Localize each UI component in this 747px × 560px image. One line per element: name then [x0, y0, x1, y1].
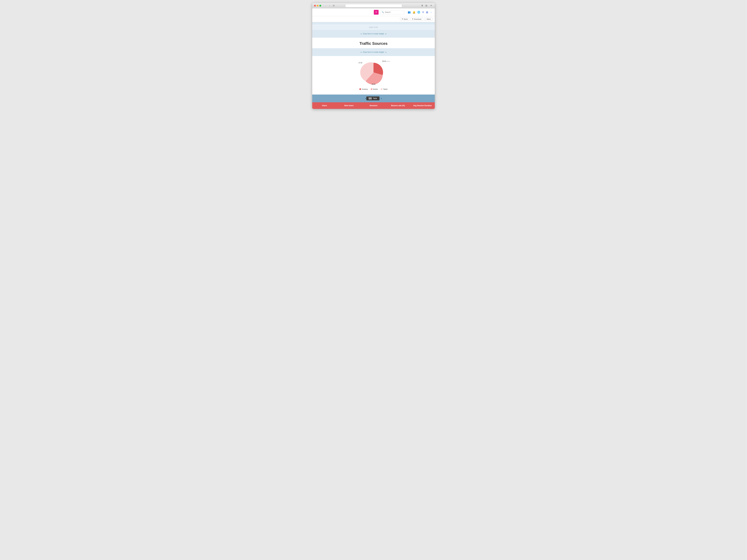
legend-dot-tablet — [381, 88, 382, 90]
drop-zone-2[interactable]: ◄ Drop here to create widget ► — [312, 48, 435, 56]
data-table-header: Users New Users Sessions Bounce rate (%)… — [312, 102, 435, 109]
fullscreen-button[interactable]: ⧉ — [424, 4, 428, 7]
legend-label-tablet: Tablet — [383, 88, 387, 90]
download-button[interactable]: ⬇ Download — [410, 17, 423, 21]
grid-cell — [370, 98, 370, 98]
back-button[interactable]: ‹ — [324, 4, 327, 7]
grid-cell — [370, 99, 370, 99]
drop-arrow-left-table: ◄ — [365, 98, 366, 99]
add-widget-button[interactable]: + — [374, 10, 379, 15]
search-icon: 🔍 — [382, 11, 384, 13]
close-button[interactable] — [314, 5, 316, 6]
bell-icon[interactable]: 🔔 — [412, 11, 415, 14]
legend-label-mobile: Mobile — [373, 88, 378, 90]
legend-dot-mobile — [371, 88, 372, 90]
pie-chart-svg — [359, 59, 388, 86]
legend-label-desktop: Desktop — [362, 88, 368, 90]
users-icon[interactable]: 👥 — [408, 11, 411, 14]
drop-arrow-right-table: ► — [381, 98, 382, 99]
grid-cell — [369, 98, 369, 98]
grid-cell — [371, 99, 371, 99]
globe-icon[interactable]: 🌐 — [417, 11, 420, 14]
tab-view-button[interactable]: ⊡ — [332, 4, 335, 7]
chart-label-tablet: 27.52 — [359, 62, 362, 63]
drop-zone-1-label: Drop here to create widget — [363, 33, 384, 35]
col-new-users: New Users — [337, 105, 361, 107]
main-content: page break ◄ Drop here to create widget … — [312, 22, 435, 109]
chart-label-mobile: 29.84 — [371, 83, 375, 85]
more-button[interactable]: • More — [424, 18, 432, 21]
app-toolbar: + 🔍 👥 🔔 🌐 ⚙ ▦ → — [312, 8, 435, 16]
maximize-button[interactable] — [319, 5, 321, 6]
more-label: More — [427, 18, 431, 20]
col-users: Users — [312, 105, 337, 107]
nav-buttons: ‹ › ⊡ — [324, 4, 335, 7]
traffic-lights — [314, 5, 321, 6]
title-bar: ‹ › ⊡ ⬆ ⧉ + — [312, 3, 435, 8]
section-title: Traffic Sources — [312, 37, 435, 48]
browser-window: ‹ › ⊡ ⬆ ⧉ + + 🔍 👥 🔔 🌐 ⚙ ▦ → ✉ Send — [312, 3, 435, 109]
search-input[interactable] — [385, 11, 403, 13]
drop-arrow-left-2: ◄ — [360, 51, 362, 53]
grid-cell — [369, 99, 369, 99]
download-icon: ⬇ — [412, 18, 413, 20]
grid-cell — [371, 98, 371, 98]
legend-mobile: Mobile — [371, 88, 378, 90]
table-label: Table — [373, 97, 377, 100]
chart-legend: Desktop Mobile Tablet — [359, 88, 387, 90]
col-avg-session: Avg Session Duration — [410, 105, 435, 107]
page-break-bar — [312, 22, 435, 25]
page-break-label: page break — [312, 25, 435, 30]
share-button[interactable]: ⬆ — [420, 4, 424, 7]
toolbar-icons: 👥 🔔 🌐 ⚙ ▦ → — [408, 11, 432, 14]
drop-zone-table[interactable]: ◄ Table ► — [312, 95, 435, 102]
chart-label-desktop: 30.04 — [382, 60, 390, 62]
drop-zone-2-label: Drop here to create widget — [363, 51, 384, 53]
table-grid-icon — [369, 98, 371, 99]
drop-zone-1[interactable]: ◄ Drop here to create widget ► — [312, 30, 435, 37]
chart-label-desktop-value: 30.04 — [382, 60, 386, 62]
grid-icon[interactable]: ▦ — [426, 11, 428, 14]
send-label: Send — [404, 18, 408, 20]
page-break-text: page break — [369, 26, 378, 28]
search-box: 🔍 — [380, 10, 404, 14]
col-bounce-rate: Bounce rate (%) — [386, 105, 410, 107]
action-bar: ✉ Send ⬇ Download • More — [312, 16, 435, 22]
col-sessions: Sessions — [361, 105, 386, 107]
pie-chart: 27.52 30.04 29.84 — [359, 59, 388, 86]
drop-arrow-right-2: ► — [385, 51, 387, 53]
legend-dot-desktop — [359, 88, 361, 90]
legend-tablet: Tablet — [381, 88, 387, 90]
download-label: Download — [414, 18, 421, 20]
new-tab-button[interactable]: + — [429, 4, 433, 7]
table-widget-indicator: Table — [366, 97, 380, 100]
minimize-button[interactable] — [317, 5, 318, 6]
more-icon: • — [426, 18, 427, 20]
signout-icon[interactable]: → — [430, 11, 432, 14]
send-button[interactable]: ✉ Send — [400, 17, 409, 21]
gear-icon[interactable]: ⚙ — [422, 11, 424, 14]
send-icon: ✉ — [402, 18, 403, 20]
legend-desktop: Desktop — [359, 88, 368, 90]
forward-button[interactable]: › — [328, 4, 331, 7]
drop-arrow-right-1: ► — [385, 33, 387, 35]
drop-arrow-left-1: ◄ — [360, 33, 362, 35]
url-bar[interactable] — [345, 4, 402, 7]
title-bar-actions: ⬆ ⧉ — [420, 4, 428, 7]
chart-area: 27.52 30.04 29.84 Desktop Mobile — [312, 56, 435, 95]
